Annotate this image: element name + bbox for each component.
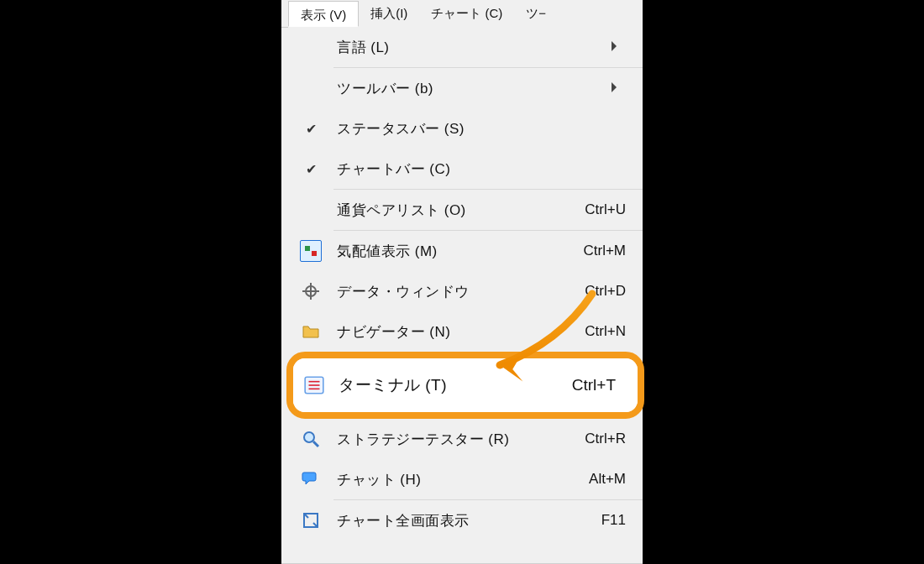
menuitem-label: データ・ウィンドウ <box>333 282 585 301</box>
terminal-icon <box>293 374 335 396</box>
menubar: 表示 (V) 挿入(I) チャート (C) ツ− <box>281 0 643 28</box>
chat-icon <box>288 469 333 489</box>
menuitem-shortcut: Ctrl+M <box>583 243 643 259</box>
terminal-highlight: ターミナル (T) Ctrl+T <box>286 352 644 419</box>
menuitem-statusbar[interactable]: ✔ ステータスバー (S) <box>288 108 643 149</box>
svg-point-9 <box>304 432 314 442</box>
menuitem-fullscreen[interactable]: チャート全画面表示 F11 <box>288 500 643 540</box>
menuitem-label: ターミナル (T) <box>335 374 572 396</box>
app-panel: 表示 (V) 挿入(I) チャート (C) ツ− 言語 (L) ツールバー (b… <box>281 0 643 564</box>
svg-rect-0 <box>305 246 310 251</box>
submenu-arrow-icon <box>604 77 643 100</box>
menuitem-label: 通貨ペアリスト (O) <box>333 201 585 220</box>
menuitem-label: ストラテジーテスター (R) <box>333 430 585 449</box>
svg-rect-1 <box>312 251 317 256</box>
menuitem-label: ナビゲーター (N) <box>333 322 585 342</box>
check-icon: ✔ <box>288 121 333 137</box>
menuitem-chartbar[interactable]: ✔ チャートバー (C) <box>288 149 643 189</box>
menuitem-quotes[interactable]: 気配値表示 (M) Ctrl+M <box>288 231 643 271</box>
menu-view[interactable]: 表示 (V) <box>288 1 359 27</box>
menuitem-shortcut: Alt+M <box>589 471 643 488</box>
submenu-arrow-icon <box>604 36 643 59</box>
view-dropdown: 言語 (L) ツールバー (b) ✔ ステータスバー (S) ✔ <box>288 27 643 540</box>
crosshair-icon <box>288 281 333 301</box>
menuitem-shortcut: Ctrl+D <box>585 283 643 300</box>
svg-line-10 <box>313 441 318 446</box>
menuitem-shortcut: Ctrl+T <box>572 376 638 394</box>
menuitem-toolbar[interactable]: ツールバー (b) <box>288 68 643 108</box>
menuitem-label: チャット (H) <box>333 470 589 489</box>
fullscreen-icon <box>288 510 333 530</box>
menu-insert[interactable]: 挿入(I) <box>359 0 419 26</box>
quotes-icon <box>288 240 333 262</box>
menuitem-language[interactable]: 言語 (L) <box>288 27 643 67</box>
menu-tool[interactable]: ツ− <box>514 0 549 26</box>
check-icon: ✔ <box>288 161 333 177</box>
menuitem-terminal[interactable]: ターミナル (T) Ctrl+T <box>293 358 638 412</box>
menuitem-shortcut: F11 <box>601 512 643 529</box>
menuitem-strategytester[interactable]: ストラテジーテスター (R) Ctrl+R <box>288 419 643 459</box>
folder-icon <box>288 321 333 342</box>
menuitem-label: チャートバー (C) <box>333 159 626 179</box>
menuitem-shortcut: Ctrl+R <box>585 431 643 447</box>
menuitem-navigator[interactable]: ナビゲーター (N) Ctrl+N <box>288 311 643 352</box>
menuitem-shortcut: Ctrl+U <box>585 201 643 218</box>
menuitem-shortcut: Ctrl+N <box>585 323 643 340</box>
menu-chart[interactable]: チャート (C) <box>419 0 514 26</box>
menuitem-chat[interactable]: チャット (H) Alt+M <box>288 459 643 499</box>
menuitem-label: 言語 (L) <box>333 38 604 57</box>
menuitem-label: 気配値表示 (M) <box>333 242 583 261</box>
magnifier-icon <box>288 429 333 449</box>
menuitem-label: チャート全画面表示 <box>333 511 601 530</box>
menuitem-pairlist[interactable]: 通貨ペアリスト (O) Ctrl+U <box>288 190 643 230</box>
menuitem-label: ツールバー (b) <box>333 79 604 98</box>
menuitem-label: ステータスバー (S) <box>333 119 626 138</box>
menuitem-datawindow[interactable]: データ・ウィンドウ Ctrl+D <box>288 271 643 311</box>
